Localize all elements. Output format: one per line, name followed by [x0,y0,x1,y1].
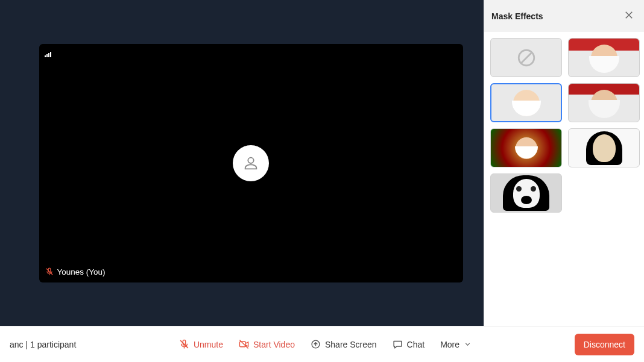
more-button[interactable]: More [439,336,473,353]
mask-option-nun[interactable] [490,173,562,213]
svg-line-6 [521,52,531,63]
close-panel-button[interactable] [621,7,637,25]
svg-rect-1 [46,54,48,57]
mask-option-santa-4[interactable] [490,128,562,167]
start-video-button[interactable]: Start Video [238,335,296,353]
participant-count: 1 participant [30,340,76,349]
disconnect-button[interactable]: Disconnect [575,334,634,355]
panel-title: Mask Effects [491,11,543,21]
person-icon [242,155,259,172]
share-screen-icon [311,339,321,349]
chevron-down-icon [464,340,472,348]
video-off-icon [239,339,249,349]
share-screen-button[interactable]: Share Screen [309,335,378,353]
mask-effects-panel: Mask Effects [484,0,644,326]
room-name: anc [10,340,24,349]
chat-button[interactable]: Chat [391,335,426,353]
signal-icon [45,49,52,60]
mask-option-santa-3[interactable] [568,83,640,122]
svg-rect-3 [50,52,51,57]
avatar-placeholder [233,145,269,181]
mask-option-santa-2[interactable] [490,83,562,122]
room-info: anc | 1 participant [10,340,76,349]
chat-icon [393,339,403,349]
mic-muted-icon [45,267,54,276]
video-stage: Younes (You) [0,0,484,326]
participant-label: Younes (You) [45,267,106,276]
self-video-tile[interactable]: Younes (You) [39,44,463,282]
participant-name: Younes (You) [57,267,106,276]
main-area: Younes (You) Mask Effects [0,0,644,326]
panel-header: Mask Effects [484,0,644,32]
mask-option-creepy-doll[interactable] [568,128,640,167]
svg-rect-0 [45,55,46,57]
mic-muted-icon [179,339,189,349]
no-mask-icon [516,48,537,68]
mask-option-none[interactable] [490,38,562,77]
bottom-toolbar: anc | 1 participant Unmute Start Video [0,326,644,362]
mask-option-santa-1[interactable] [568,38,640,77]
close-icon [623,10,634,20]
unmute-button[interactable]: Unmute [178,335,224,353]
svg-rect-2 [48,53,49,57]
mask-grid [484,32,644,219]
toolbar-controls: Unmute Start Video Share Screen Chat Mor [76,335,574,353]
